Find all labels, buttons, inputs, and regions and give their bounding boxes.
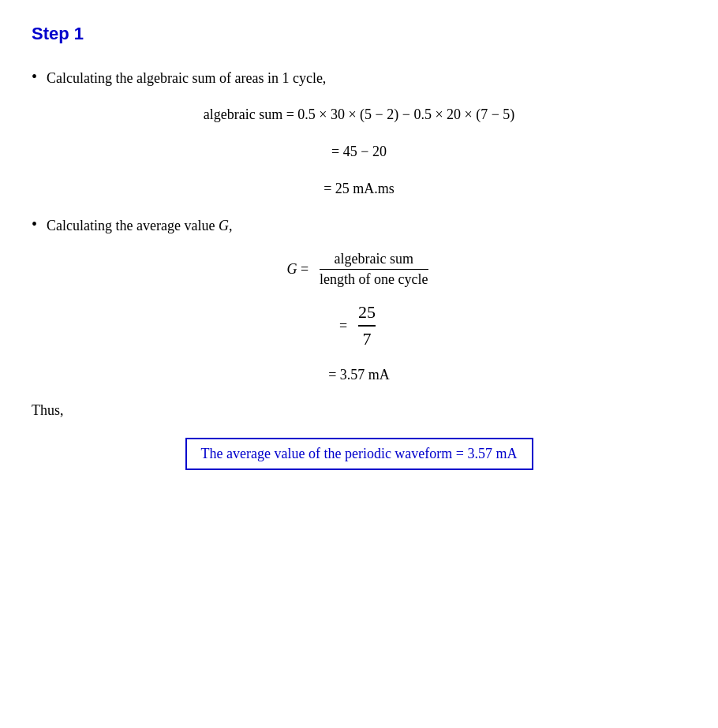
bullet-dot-1: •: [32, 68, 37, 86]
bullet-dot-2: •: [32, 215, 37, 233]
thus-label: Thus,: [32, 402, 686, 419]
formula-25-7: = 25 7: [32, 302, 686, 349]
step-heading: Step 1: [32, 24, 686, 44]
bullet-2-label: Calculating the average value G,: [47, 215, 232, 237]
bullet-1-label: Calculating the algebraic sum of areas i…: [47, 68, 326, 89]
formula-result: = 3.57 mA: [32, 364, 686, 386]
bullet1-line2: = 45 − 20: [32, 140, 686, 163]
result-box-container: The average value of the periodic wavefo…: [32, 430, 686, 470]
formula-g: G = algebraic sum length of one cycle: [32, 251, 686, 288]
bullet1-line3: = 25 mA.ms: [32, 177, 686, 200]
bullet-section-1: • Calculating the algebraic sum of areas…: [32, 68, 686, 200]
result-box: The average value of the periodic wavefo…: [185, 438, 533, 470]
bullet-section-2: • Calculating the average value G, G = a…: [32, 215, 686, 386]
bullet1-line1: algebraic sum = 0.5 × 30 × (5 − 2) − 0.5…: [32, 103, 686, 126]
